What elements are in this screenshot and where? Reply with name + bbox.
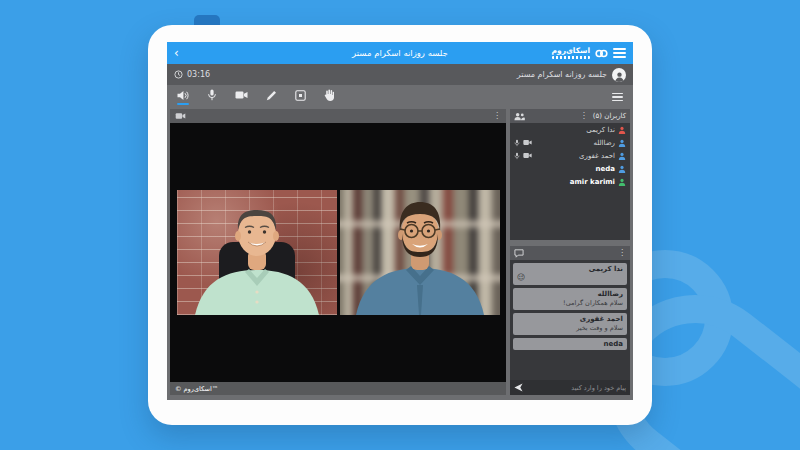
app-screen: ‹ جلسه روزانه اسکرام مستر اسکای‌روم 03:1… <box>167 42 633 400</box>
person-status-icon <box>618 139 626 147</box>
chat-author: احمد غفوری <box>517 315 623 323</box>
video-feed-brick-wall-man[interactable] <box>177 190 337 315</box>
chat-author: neda <box>517 340 623 348</box>
chat-author: ندا کریمی <box>517 265 623 273</box>
microphone-icon <box>207 89 217 101</box>
person-status-icon <box>618 126 626 134</box>
layout-menu-button[interactable] <box>612 93 623 102</box>
mic-on-icon <box>514 152 520 160</box>
raise-hand-button[interactable] <box>323 89 335 105</box>
send-icon[interactable] <box>514 383 523 392</box>
participant-illustration <box>177 190 337 315</box>
video-panel: ⋮ <box>170 109 506 395</box>
chat-message: رضاالله سلام همکاران گرامی! <box>513 288 627 310</box>
chat-header: ⋮ <box>510 246 630 260</box>
pen-button[interactable] <box>265 90 277 105</box>
participants-kebab-menu[interactable]: ⋮ <box>580 112 588 120</box>
chat-bubble-icon <box>514 249 524 258</box>
chat-message: neda <box>513 338 627 350</box>
video-feed-bookshelf-man[interactable] <box>340 190 500 315</box>
person-status-icon <box>618 152 626 160</box>
screen-share-button[interactable] <box>294 90 306 105</box>
session-timer: 03:16 <box>187 70 210 79</box>
chat-author: رضاالله <box>517 290 623 298</box>
camera-icon <box>235 90 248 100</box>
copyright-label: © اسکای‌روم™ <box>175 385 218 393</box>
users-icon <box>514 112 525 121</box>
chat-messages: ندا کریمی 😉 رضاالله سلام همکاران گرامی! … <box>510 260 630 380</box>
camera-on-icon <box>523 152 532 159</box>
participants-header: ⋮ کاربران (۵) <box>510 109 630 123</box>
media-toolbar <box>167 85 633 109</box>
participant-row[interactable]: ندا کریمی <box>510 123 630 136</box>
speaker-icon <box>177 90 189 101</box>
microphone-button[interactable] <box>206 89 218 105</box>
main-content: ⋮ <box>167 109 633 400</box>
statusbar-meeting-title: جلسه روزانه اسکرام مستر <box>517 70 607 79</box>
chat-message-input[interactable] <box>527 384 626 392</box>
camera-on-icon <box>523 139 532 146</box>
participant-name: احمد غفوری <box>579 152 615 160</box>
participants-panel: ⋮ کاربران (۵) ندا کریمی <box>510 109 630 240</box>
camera-icon <box>175 112 186 120</box>
raise-hand-icon <box>324 89 334 101</box>
chat-input-bar <box>510 380 630 395</box>
person-status-icon <box>618 178 626 186</box>
status-bar: 03:16 جلسه روزانه اسکرام مستر <box>167 64 633 85</box>
chat-kebab-menu[interactable]: ⋮ <box>618 249 626 257</box>
chat-text: 😉 <box>517 273 623 282</box>
top-app-bar: ‹ جلسه روزانه اسکرام مستر اسکای‌روم <box>167 42 633 64</box>
participant-illustration <box>340 190 500 315</box>
chat-message: ندا کریمی 😉 <box>513 263 627 285</box>
clock-icon <box>174 70 183 79</box>
person-status-icon <box>618 165 626 173</box>
person-icon <box>614 71 625 82</box>
video-grid <box>170 123 506 382</box>
participant-name: amir karimi <box>570 178 615 186</box>
chat-panel: ⋮ ندا کریمی 😉 رضاالله سلام همکاران گرامی… <box>510 246 630 395</box>
mic-on-icon <box>514 139 520 147</box>
meeting-title: جلسه روزانه اسکرام مستر <box>167 48 633 58</box>
pen-icon <box>266 90 277 101</box>
participant-row[interactable]: amir karimi <box>510 175 630 188</box>
participant-row[interactable]: رضاالله <box>510 136 630 149</box>
chat-text: سلام همکاران گرامی! <box>517 299 623 307</box>
camera-button[interactable] <box>235 90 248 104</box>
sidebar: ⋮ کاربران (۵) ندا کریمی <box>510 109 630 395</box>
participants-list: ندا کریمی رضاالله <box>510 123 630 240</box>
video-panel-footer: © اسکای‌روم™ <box>170 382 506 395</box>
video-panel-header: ⋮ <box>170 109 506 123</box>
participants-title: کاربران (۵) <box>593 112 626 120</box>
participant-name: neda <box>596 165 615 173</box>
chat-message: احمد غفوری سلام و وقت بخیر <box>513 313 627 335</box>
participant-name: ندا کریمی <box>586 126 615 134</box>
screen-share-icon <box>295 90 306 101</box>
participant-row[interactable]: neda <box>510 162 630 175</box>
participant-row[interactable]: احمد غفوری <box>510 149 630 162</box>
chat-text: سلام و وقت بخیر <box>517 324 623 332</box>
user-avatar[interactable] <box>612 68 626 82</box>
speaker-button[interactable] <box>177 90 189 105</box>
participant-name: رضاالله <box>593 139 615 147</box>
page-background: ‹ جلسه روزانه اسکرام مستر اسکای‌روم 03:1… <box>0 0 800 450</box>
video-panel-kebab-menu[interactable]: ⋮ <box>493 112 501 120</box>
